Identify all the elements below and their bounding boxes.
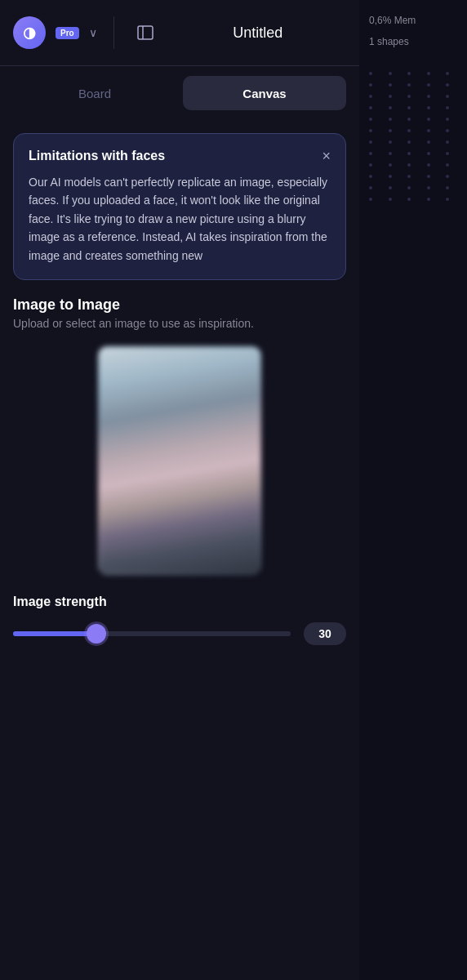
image-preview[interactable] xyxy=(98,346,261,575)
dot xyxy=(407,186,411,189)
dot xyxy=(389,175,392,178)
dot xyxy=(446,106,449,109)
strength-section: Image strength 30 xyxy=(13,595,346,645)
dot xyxy=(446,152,449,155)
chevron-down-icon[interactable]: ∨ xyxy=(89,26,97,39)
dot xyxy=(427,72,430,75)
dot xyxy=(407,175,411,178)
dot xyxy=(446,95,449,98)
vertical-divider xyxy=(113,16,114,49)
dot xyxy=(369,152,372,155)
dot xyxy=(369,118,372,121)
slider-track[interactable] xyxy=(13,631,291,636)
pro-badge: Pro xyxy=(56,27,79,39)
dot xyxy=(369,175,372,178)
dot xyxy=(389,163,392,167)
limitation-card: Limitations with faces × Our AI models c… xyxy=(13,133,346,280)
image-preview-inner xyxy=(98,346,261,575)
dot xyxy=(407,118,411,121)
dot xyxy=(446,186,449,189)
dot xyxy=(407,163,411,167)
dot xyxy=(407,140,411,144)
dot xyxy=(427,163,430,167)
dot xyxy=(389,95,392,98)
slider-thumb[interactable] xyxy=(87,624,106,644)
shapes-stat: 1 shapes xyxy=(369,34,457,49)
section-subtitle: Upload or select an image to use as insp… xyxy=(13,317,346,330)
tab-canvas[interactable]: Canvas xyxy=(183,76,346,110)
dot xyxy=(369,95,372,98)
dot xyxy=(446,198,449,201)
dot xyxy=(369,140,372,144)
dot xyxy=(389,198,392,201)
card-header: Limitations with faces × xyxy=(29,149,331,163)
slider-container: 30 xyxy=(13,622,346,645)
dot xyxy=(427,118,430,121)
dot xyxy=(427,175,430,178)
dot xyxy=(369,186,372,189)
dot xyxy=(369,198,372,201)
header: ◑ Pro ∨ Untitled xyxy=(0,0,359,66)
dot xyxy=(407,106,411,109)
dot xyxy=(407,72,411,75)
dot xyxy=(427,106,430,109)
dot xyxy=(446,72,449,75)
dot xyxy=(369,129,372,132)
image-to-image-section: Image to Image Upload or select an image… xyxy=(13,296,346,330)
dot xyxy=(446,175,449,178)
dot xyxy=(427,186,430,189)
dot xyxy=(427,129,430,132)
dot xyxy=(446,83,449,87)
section-title: Image to Image xyxy=(13,296,346,314)
svg-rect-0 xyxy=(138,26,153,39)
dot xyxy=(446,140,449,144)
dot xyxy=(427,152,430,155)
dot xyxy=(389,140,392,144)
dots-grid xyxy=(369,56,457,967)
dot xyxy=(389,83,392,87)
dot xyxy=(389,186,392,189)
app-logo: ◑ xyxy=(13,16,46,49)
content-area: Limitations with faces × Our AI models c… xyxy=(0,120,359,980)
card-title: Limitations with faces xyxy=(29,149,165,163)
right-panel: 0,6% Mem 1 shapes xyxy=(359,0,467,980)
dot xyxy=(446,163,449,167)
dot xyxy=(407,152,411,155)
dot xyxy=(369,163,372,167)
dot xyxy=(407,83,411,87)
tabs-bar: Board Canvas xyxy=(0,66,359,120)
dot xyxy=(427,95,430,98)
slider-fill xyxy=(13,631,96,636)
dot xyxy=(369,72,372,75)
dot xyxy=(369,83,372,87)
dot xyxy=(389,129,392,132)
dot xyxy=(389,72,392,75)
dot xyxy=(446,118,449,121)
dot xyxy=(427,83,430,87)
page-title: Untitled xyxy=(170,24,346,42)
panel-toggle-icon[interactable] xyxy=(131,18,160,47)
dot xyxy=(389,152,392,155)
dot xyxy=(407,95,411,98)
dot xyxy=(427,198,430,201)
dot xyxy=(407,129,411,132)
tab-board[interactable]: Board xyxy=(13,76,176,110)
panel-icon-svg xyxy=(136,23,155,42)
dot xyxy=(389,118,392,121)
dot xyxy=(446,129,449,132)
card-body: Our AI models can't perfectly replicate … xyxy=(29,173,331,265)
dot xyxy=(369,106,372,109)
left-panel: ◑ Pro ∨ Untitled Board Canvas Limitation… xyxy=(0,0,359,980)
dot xyxy=(389,106,392,109)
slider-value: 30 xyxy=(304,622,346,645)
memory-stat: 0,6% Mem xyxy=(369,13,457,28)
strength-label: Image strength xyxy=(13,595,346,609)
dot xyxy=(407,198,411,201)
logo-area[interactable]: ◑ Pro ∨ xyxy=(13,16,97,49)
close-icon[interactable]: × xyxy=(322,149,331,163)
dot xyxy=(427,140,430,144)
